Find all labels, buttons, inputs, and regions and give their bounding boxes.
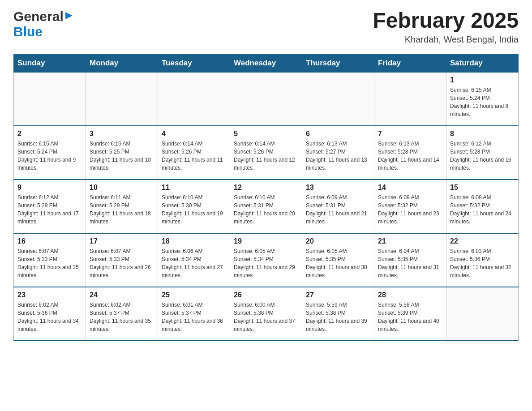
calendar-cell: 23Sunrise: 6:02 AMSunset: 5:36 PMDayligh… <box>14 287 86 341</box>
calendar-cell: 13Sunrise: 6:09 AMSunset: 5:31 PMDayligh… <box>302 180 374 233</box>
calendar-cell: 25Sunrise: 6:01 AMSunset: 5:37 PMDayligh… <box>158 287 230 341</box>
calendar-cell: 21Sunrise: 6:04 AMSunset: 5:35 PMDayligh… <box>374 233 446 287</box>
weekday-header-sunday: Sunday <box>14 54 86 72</box>
day-number: 1 <box>450 76 515 84</box>
day-number: 28 <box>378 291 442 299</box>
calendar-cell: 20Sunrise: 6:05 AMSunset: 5:35 PMDayligh… <box>302 233 374 287</box>
day-info: Sunrise: 5:59 AMSunset: 5:38 PMDaylight:… <box>306 301 370 333</box>
day-info: Sunrise: 6:11 AMSunset: 5:29 PMDaylight:… <box>90 193 154 226</box>
day-number: 24 <box>90 291 154 299</box>
calendar-table: SundayMondayTuesdayWednesdayThursdayFrid… <box>13 54 519 342</box>
logo-arrow-icon <box>64 11 73 22</box>
calendar-cell: 26Sunrise: 6:00 AMSunset: 5:38 PMDayligh… <box>230 287 302 341</box>
day-number: 17 <box>90 237 154 245</box>
day-info: Sunrise: 6:14 AMSunset: 5:26 PMDaylight:… <box>162 140 226 172</box>
day-info: Sunrise: 6:15 AMSunset: 5:25 PMDaylight:… <box>90 140 154 172</box>
day-info: Sunrise: 6:14 AMSunset: 5:26 PMDaylight:… <box>234 140 298 172</box>
calendar-cell <box>86 72 158 126</box>
week-row-4: 16Sunrise: 6:07 AMSunset: 5:33 PMDayligh… <box>14 233 519 287</box>
day-info: Sunrise: 6:12 AMSunset: 5:29 PMDaylight:… <box>17 193 82 226</box>
page-header: General Blue February 2025 Khardah, West… <box>13 9 519 45</box>
calendar-cell <box>374 72 446 126</box>
week-row-2: 2Sunrise: 6:15 AMSunset: 5:24 PMDaylight… <box>14 126 519 180</box>
day-number: 14 <box>378 184 442 192</box>
weekday-header-wednesday: Wednesday <box>230 54 302 72</box>
day-info: Sunrise: 6:13 AMSunset: 5:28 PMDaylight:… <box>378 140 442 172</box>
day-number: 23 <box>17 291 82 299</box>
day-number: 6 <box>306 130 370 138</box>
day-number: 9 <box>17 184 82 192</box>
day-info: Sunrise: 6:10 AMSunset: 5:30 PMDaylight:… <box>162 193 226 226</box>
day-info: Sunrise: 6:05 AMSunset: 5:34 PMDaylight:… <box>234 247 298 279</box>
calendar-cell: 17Sunrise: 6:07 AMSunset: 5:33 PMDayligh… <box>86 233 158 287</box>
day-number: 3 <box>90 130 154 138</box>
calendar-header: SundayMondayTuesdayWednesdayThursdayFrid… <box>14 54 519 72</box>
calendar-cell: 12Sunrise: 6:10 AMSunset: 5:31 PMDayligh… <box>230 180 302 233</box>
calendar-cell: 11Sunrise: 6:10 AMSunset: 5:30 PMDayligh… <box>158 180 230 233</box>
calendar-cell <box>230 72 302 126</box>
month-title: February 2025 <box>373 9 519 33</box>
calendar-cell <box>14 72 86 126</box>
day-number: 10 <box>90 184 154 192</box>
calendar-cell: 28Sunrise: 5:58 AMSunset: 5:39 PMDayligh… <box>374 287 446 341</box>
calendar-cell: 14Sunrise: 6:09 AMSunset: 5:32 PMDayligh… <box>374 180 446 233</box>
title-area: February 2025 Khardah, West Bengal, Indi… <box>373 9 519 45</box>
day-number: 4 <box>162 130 226 138</box>
day-number: 15 <box>450 184 515 192</box>
day-info: Sunrise: 6:04 AMSunset: 5:35 PMDaylight:… <box>378 247 442 279</box>
calendar-cell: 7Sunrise: 6:13 AMSunset: 5:28 PMDaylight… <box>374 126 446 180</box>
calendar-cell: 4Sunrise: 6:14 AMSunset: 5:26 PMDaylight… <box>158 126 230 180</box>
day-number: 22 <box>450 237 515 245</box>
day-number: 11 <box>162 184 226 192</box>
day-info: Sunrise: 6:09 AMSunset: 5:32 PMDaylight:… <box>378 193 442 226</box>
day-info: Sunrise: 6:07 AMSunset: 5:33 PMDaylight:… <box>17 247 82 279</box>
calendar-cell <box>302 72 374 126</box>
day-number: 7 <box>378 130 442 138</box>
day-info: Sunrise: 6:15 AMSunset: 5:24 PMDaylight:… <box>17 140 82 172</box>
calendar-cell: 2Sunrise: 6:15 AMSunset: 5:24 PMDaylight… <box>14 126 86 180</box>
weekday-header-tuesday: Tuesday <box>158 54 230 72</box>
day-number: 13 <box>306 184 370 192</box>
week-row-3: 9Sunrise: 6:12 AMSunset: 5:29 PMDaylight… <box>14 180 519 233</box>
day-number: 16 <box>17 237 82 245</box>
logo-general-text: General <box>13 9 64 24</box>
day-info: Sunrise: 6:02 AMSunset: 5:36 PMDaylight:… <box>17 301 82 333</box>
calendar-cell: 5Sunrise: 6:14 AMSunset: 5:26 PMDaylight… <box>230 126 302 180</box>
calendar-cell: 18Sunrise: 6:06 AMSunset: 5:34 PMDayligh… <box>158 233 230 287</box>
weekday-header-thursday: Thursday <box>302 54 374 72</box>
calendar-cell: 19Sunrise: 6:05 AMSunset: 5:34 PMDayligh… <box>230 233 302 287</box>
day-number: 25 <box>162 291 226 299</box>
day-info: Sunrise: 6:02 AMSunset: 5:37 PMDaylight:… <box>90 301 154 333</box>
week-row-5: 23Sunrise: 6:02 AMSunset: 5:36 PMDayligh… <box>14 287 519 341</box>
day-number: 18 <box>162 237 226 245</box>
weekday-header-monday: Monday <box>86 54 158 72</box>
calendar-cell: 8Sunrise: 6:12 AMSunset: 5:28 PMDaylight… <box>446 126 519 180</box>
day-info: Sunrise: 6:09 AMSunset: 5:31 PMDaylight:… <box>306 193 370 226</box>
day-info: Sunrise: 6:07 AMSunset: 5:33 PMDaylight:… <box>90 247 154 279</box>
weekday-header-saturday: Saturday <box>446 54 519 72</box>
calendar-cell: 1Sunrise: 6:15 AMSunset: 5:24 PMDaylight… <box>446 72 519 126</box>
weekday-header-row: SundayMondayTuesdayWednesdayThursdayFrid… <box>14 54 519 72</box>
calendar-cell: 22Sunrise: 6:03 AMSunset: 5:36 PMDayligh… <box>446 233 519 287</box>
calendar-cell: 9Sunrise: 6:12 AMSunset: 5:29 PMDaylight… <box>14 180 86 233</box>
calendar-cell: 27Sunrise: 5:59 AMSunset: 5:38 PMDayligh… <box>302 287 374 341</box>
day-info: Sunrise: 6:13 AMSunset: 5:27 PMDaylight:… <box>306 140 370 172</box>
day-info: Sunrise: 6:06 AMSunset: 5:34 PMDaylight:… <box>162 247 226 279</box>
calendar-cell: 10Sunrise: 6:11 AMSunset: 5:29 PMDayligh… <box>86 180 158 233</box>
day-number: 27 <box>306 291 370 299</box>
svg-marker-0 <box>65 12 73 19</box>
location-text: Khardah, West Bengal, India <box>373 34 519 45</box>
day-number: 5 <box>234 130 298 138</box>
calendar-cell <box>158 72 230 126</box>
calendar-cell: 24Sunrise: 6:02 AMSunset: 5:37 PMDayligh… <box>86 287 158 341</box>
day-number: 19 <box>234 237 298 245</box>
day-info: Sunrise: 5:58 AMSunset: 5:39 PMDaylight:… <box>378 301 442 333</box>
day-number: 21 <box>378 237 442 245</box>
day-number: 26 <box>234 291 298 299</box>
day-info: Sunrise: 6:08 AMSunset: 5:32 PMDaylight:… <box>450 193 515 226</box>
calendar-body: 1Sunrise: 6:15 AMSunset: 5:24 PMDaylight… <box>14 72 519 341</box>
day-info: Sunrise: 6:00 AMSunset: 5:38 PMDaylight:… <box>234 301 298 333</box>
logo: General Blue <box>13 9 73 39</box>
day-info: Sunrise: 6:12 AMSunset: 5:28 PMDaylight:… <box>450 140 515 172</box>
calendar-cell: 16Sunrise: 6:07 AMSunset: 5:33 PMDayligh… <box>14 233 86 287</box>
